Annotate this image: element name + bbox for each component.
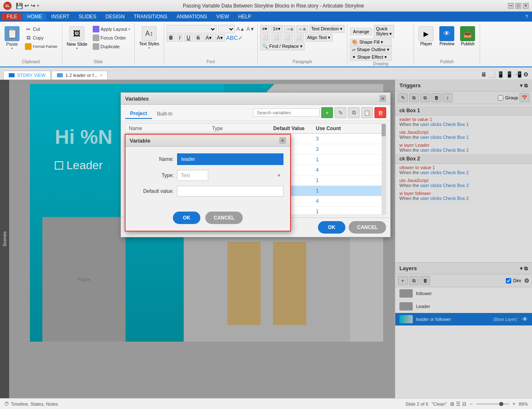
var-count-leaderq1res[interactable]: 1 xyxy=(316,209,319,214)
variables-close-button[interactable]: × xyxy=(379,95,386,102)
focus-order-button[interactable]: Focus Order xyxy=(91,34,132,42)
menu-home[interactable]: HOME xyxy=(23,13,46,20)
quick-styles-button[interactable]: QuickStyles ▾ xyxy=(374,25,394,38)
paste-variable-button[interactable]: 📋 xyxy=(361,107,373,118)
save-icon[interactable]: 💾 xyxy=(16,2,23,9)
apply-layout-button[interactable]: Apply Layout ▾ xyxy=(91,25,132,33)
window-icon[interactable]: ⬜ xyxy=(488,71,495,78)
font-color-button[interactable]: A▾ xyxy=(204,34,214,42)
var-count-4[interactable]: 4 xyxy=(316,167,319,173)
variables-cancel-button[interactable]: CANCEL xyxy=(349,221,386,234)
minimize-button[interactable]: ─ xyxy=(508,3,514,9)
var-count-5[interactable]: 1 xyxy=(316,177,319,183)
active-slide-tab[interactable]: 1.2 leader or f... × xyxy=(52,71,108,79)
menu-slides[interactable]: SLIDES xyxy=(74,13,101,20)
menu-transitions[interactable]: TRANSITIONS xyxy=(130,13,172,20)
highlight-button[interactable]: A▾ xyxy=(215,34,225,42)
duplicate-button[interactable]: Duplicate xyxy=(91,42,132,51)
variables-ok-button[interactable]: OK xyxy=(318,221,345,234)
variable-sub-ok-button[interactable]: OK xyxy=(173,212,200,224)
variable-sub-cancel-button[interactable]: CANCEL xyxy=(205,212,243,224)
variables-scroll-thumb[interactable] xyxy=(382,124,386,136)
decrease-font-button[interactable]: A▼ xyxy=(246,26,255,32)
zoom-slider[interactable] xyxy=(476,403,509,405)
numbered-list-button[interactable]: 1≡▾ xyxy=(271,25,283,33)
edit-variable-button[interactable]: ✎ xyxy=(335,107,346,118)
bullet-list-button[interactable]: ≡▾ xyxy=(260,25,269,33)
var-count-checkone[interactable]: 3 xyxy=(316,136,319,142)
paste-button[interactable]: 📋 Paste ▾ xyxy=(2,25,22,52)
indent-more-button[interactable]: →≡ xyxy=(284,25,295,33)
list-view-icon[interactable]: ☰ xyxy=(456,401,461,407)
var-count-2[interactable]: 3 xyxy=(316,146,319,152)
menu-insert[interactable]: INSERT xyxy=(47,13,74,20)
bold-button[interactable]: B xyxy=(167,34,175,42)
font-family-select[interactable] xyxy=(167,25,217,33)
variable-name-input[interactable] xyxy=(177,153,283,165)
format-painter-button[interactable]: Format Painter xyxy=(23,42,59,51)
indent-less-button[interactable]: ←≡ xyxy=(296,25,308,33)
menu-file[interactable]: FILE xyxy=(2,13,22,20)
help-icon[interactable]: ? xyxy=(523,13,530,20)
undo-icon[interactable]: ↩ xyxy=(25,2,29,9)
menu-design[interactable]: DESIGN xyxy=(101,13,129,20)
cut-button[interactable]: ✂ Cut xyxy=(23,25,59,33)
app-icon: SL xyxy=(3,2,12,10)
text-styles-button[interactable]: A↕ Text Styles ▾ xyxy=(137,25,161,51)
variable-name-row: Name: xyxy=(132,153,283,165)
menu-help[interactable]: HELP xyxy=(234,13,255,20)
var-count-selected[interactable]: 1 xyxy=(316,188,319,194)
text-direction-button[interactable]: Text Direction ▾ xyxy=(309,25,345,33)
align-right-button[interactable]: ⬜ xyxy=(283,34,293,42)
close-button[interactable]: × xyxy=(523,3,529,9)
grid-view-icon[interactable]: ⊞ xyxy=(450,401,454,407)
tab-project[interactable]: Project xyxy=(125,109,152,119)
delete-variable-button[interactable]: 🗑 xyxy=(374,107,386,118)
copy-variable-button[interactable]: ⧉ xyxy=(348,107,360,118)
phone-landscape-icon[interactable]: 📱 xyxy=(506,71,513,78)
new-slide-button[interactable]: 🖼 New Slide ▾ xyxy=(65,25,90,52)
search-variables-input[interactable] xyxy=(253,108,320,117)
var-count-7[interactable]: 4 xyxy=(316,198,319,204)
variables-scrollbar[interactable] xyxy=(382,124,386,214)
table-view-icon[interactable]: ⊟ xyxy=(462,401,466,407)
zoom-in-button[interactable]: + xyxy=(512,401,515,407)
player-button[interactable]: ▶ Player xyxy=(416,25,436,47)
publish-button[interactable]: 📤 Publish xyxy=(458,25,477,47)
tab-close-icon[interactable]: × xyxy=(100,73,103,78)
redo-icon[interactable]: ↪ xyxy=(31,2,35,9)
strikethrough-button[interactable]: S xyxy=(194,34,202,42)
align-text-button[interactable]: Align Text ▾ xyxy=(305,34,333,42)
timeline-states-notes[interactable]: ⏱ Timeline, States, Notes xyxy=(4,401,58,407)
maximize-button[interactable]: □ xyxy=(515,3,521,9)
font-size-select[interactable] xyxy=(218,25,235,33)
variable-sub-close-button[interactable]: × xyxy=(279,137,286,144)
phone-icon[interactable]: 📲 xyxy=(515,71,522,78)
increase-font-button[interactable]: A▲ xyxy=(236,26,245,32)
var-count-3[interactable]: 1 xyxy=(316,157,319,163)
menu-view[interactable]: VIEW xyxy=(212,13,233,20)
copy-button[interactable]: ⧉ Copy xyxy=(23,34,59,42)
arrange-button[interactable]: Arrange xyxy=(350,28,372,35)
italic-button[interactable]: I xyxy=(177,34,183,42)
add-variable-button[interactable]: + xyxy=(321,107,333,118)
shape-effect-button[interactable]: ✦ Shape Effect ▾ xyxy=(350,54,392,61)
variable-default-input[interactable] xyxy=(177,186,283,197)
preview-button[interactable]: 👁 Preview xyxy=(437,25,456,47)
variable-type-label: Type: xyxy=(132,172,174,178)
shape-outline-button[interactable]: ▱ Shape Outline ▾ xyxy=(350,46,392,53)
zoom-out-button[interactable]: − xyxy=(470,401,473,407)
align-center-button[interactable]: ⬜ xyxy=(271,34,281,42)
tab-builtin[interactable]: Built-In xyxy=(152,109,177,118)
underline-button[interactable]: U xyxy=(184,34,193,42)
find-replace-button[interactable]: 🔍 Find / Replace ▾ xyxy=(260,42,305,50)
justify-button[interactable]: ⬜ xyxy=(294,34,304,42)
monitor-icon[interactable]: 🖥 xyxy=(481,71,487,78)
align-left-button[interactable]: ⬜ xyxy=(260,34,270,42)
story-view-tab[interactable]: STORY VIEW xyxy=(3,71,51,79)
menu-animations[interactable]: ANIMATIONS xyxy=(172,13,212,20)
settings-icon[interactable]: ⚙ xyxy=(523,71,529,78)
variable-type-select[interactable]: Text Number True/False xyxy=(177,170,208,181)
shape-fill-button[interactable]: 🎨 Shape Fill ▾ xyxy=(350,39,392,46)
tablet-icon[interactable]: 📱 xyxy=(497,71,504,78)
